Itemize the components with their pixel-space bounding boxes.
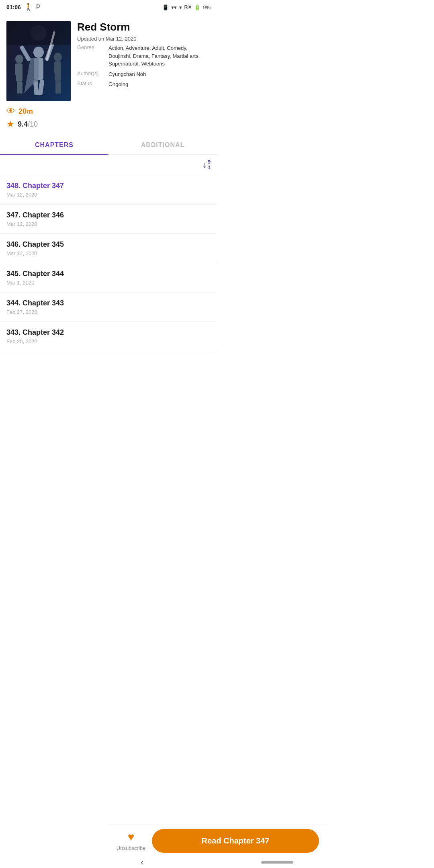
star-icon: ★ <box>6 119 14 129</box>
chapter-title: 346. Chapter 345 <box>6 240 211 249</box>
chapter-title: 347. Chapter 346 <box>6 211 211 219</box>
chapter-date: Mar 12, 2020 <box>6 192 211 198</box>
svg-point-7 <box>33 47 44 58</box>
chapter-title: 345. Chapter 344 <box>6 270 211 278</box>
svg-rect-3 <box>15 63 18 76</box>
chapter-title: 344. Chapter 343 <box>6 299 211 307</box>
p-icon: P <box>36 4 41 11</box>
cover-art <box>6 21 71 101</box>
battery-icon: 🔋 <box>194 4 201 10</box>
chapter-list-header: ↓ 9 1 <box>0 155 217 175</box>
rating-row: ★ 9.4/10 <box>6 119 211 129</box>
sort-numbers: 9 1 <box>208 159 211 171</box>
signal-icon: ▾▾ <box>171 4 177 10</box>
chapter-date: Mar 12, 2020 <box>6 250 211 256</box>
vibrate-icon: 📳 <box>162 4 169 10</box>
status-time: 01:06 🚶 P <box>6 3 40 12</box>
status-row: Status Ongoing <box>77 80 211 88</box>
svg-rect-19 <box>55 81 58 94</box>
chapter-item[interactable]: 347. Chapter 346Mar 12, 2020 <box>0 205 217 234</box>
r-icon: R✕ <box>184 4 192 10</box>
svg-point-15 <box>54 53 62 61</box>
manga-cover <box>6 21 71 101</box>
tab-chapters[interactable]: CHAPTERS <box>0 136 108 154</box>
chapter-item[interactable]: 346. Chapter 345Mar 12, 2020 <box>0 234 217 263</box>
chapter-date: Mar 1, 2020 <box>6 280 211 286</box>
views-count: 20m <box>18 107 33 116</box>
svg-rect-17 <box>54 61 57 74</box>
chapter-date: Mar 12, 2020 <box>6 221 211 227</box>
manga-updated: Updated on Mar 12, 2020 <box>77 36 211 42</box>
svg-rect-20 <box>58 81 61 94</box>
chapter-item[interactable]: 348. Chapter 347Mar 12, 2020 <box>0 175 217 205</box>
rating-value: 9.4 <box>18 120 28 128</box>
sort-arrow-icon: ↓ <box>203 160 207 170</box>
authors-row: Author(s) Cyungchan Noh <box>77 70 211 78</box>
svg-rect-18 <box>58 61 61 74</box>
chapter-date: Feb 20, 2020 <box>6 338 211 344</box>
genres-row: Genres Action, Adventure, Adult, Comedy,… <box>77 44 211 68</box>
chapter-item[interactable]: 344. Chapter 343Feb 27, 2020 <box>0 293 217 322</box>
svg-rect-6 <box>20 82 23 94</box>
chapter-title: 348. Chapter 347 <box>6 182 211 190</box>
svg-rect-5 <box>17 82 20 94</box>
svg-point-1 <box>15 55 23 63</box>
manga-title: Red Storm <box>77 21 211 33</box>
chapter-title: 343. Chapter 342 <box>6 328 211 337</box>
manga-info: Red Storm Updated on Mar 12, 2020 Genres… <box>77 21 211 101</box>
eye-icon: 👁 <box>6 106 15 117</box>
status-icons: 📳 ▾▾ ▾ R✕ 🔋 9% <box>162 4 211 10</box>
sort-button[interactable]: ↓ 9 1 <box>203 159 211 171</box>
tab-additional[interactable]: ADDITIONAL <box>108 136 217 154</box>
status-bar: 01:06 🚶 P 📳 ▾▾ ▾ R✕ 🔋 9% <box>0 0 217 14</box>
rating-display: 9.4/10 <box>18 120 38 129</box>
battery-level: 9% <box>203 4 211 10</box>
views-row: 👁 20m <box>6 106 211 117</box>
wifi-icon: ▾ <box>179 4 182 10</box>
svg-rect-4 <box>18 63 22 76</box>
chapter-item[interactable]: 345. Chapter 344Mar 1, 2020 <box>0 263 217 293</box>
chapter-date: Feb 27, 2020 <box>6 309 211 315</box>
manga-stats: 👁 20m ★ 9.4/10 <box>0 104 217 134</box>
svg-point-22 <box>31 25 47 41</box>
time-display: 01:06 <box>6 4 21 10</box>
manga-header: Red Storm Updated on Mar 12, 2020 Genres… <box>0 14 217 104</box>
chapter-item[interactable]: 343. Chapter 342Feb 20, 2020 <box>0 322 217 351</box>
chapter-list: 348. Chapter 347Mar 12, 2020347. Chapter… <box>0 175 217 351</box>
tabs-container: CHAPTERS ADDITIONAL <box>0 136 217 155</box>
person-icon: 🚶 <box>24 3 33 12</box>
rating-denom: /10 <box>28 120 38 128</box>
